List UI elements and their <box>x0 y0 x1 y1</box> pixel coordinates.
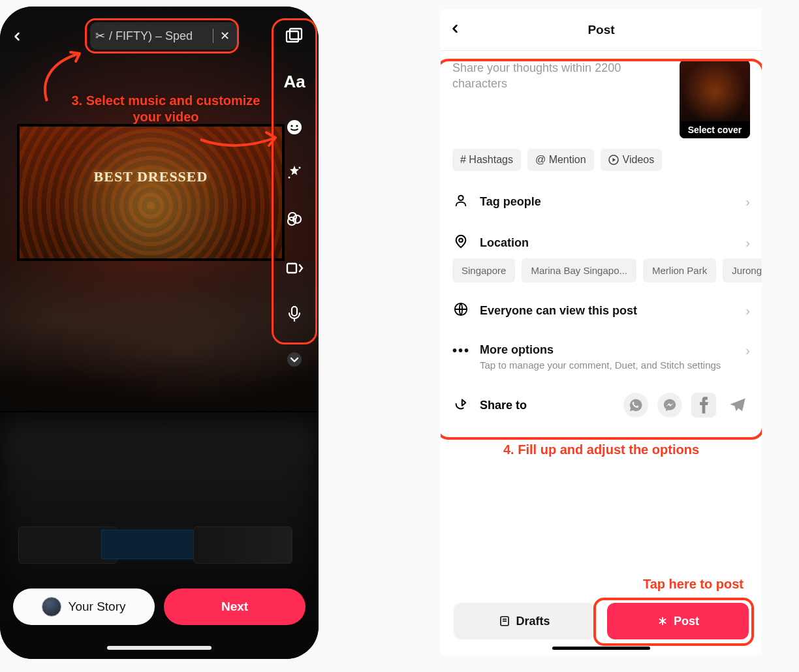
post-screen: Post Share your thoughts within 2200 cha… <box>441 9 762 655</box>
tag-people-row[interactable]: Tag people › <box>441 181 762 222</box>
svg-point-5 <box>299 167 301 169</box>
caption-row: Share your thoughts within 2200 characte… <box>441 51 762 145</box>
svg-rect-11 <box>292 307 297 316</box>
location-suggestions: Singapore Marina Bay Singapo... Merlion … <box>441 258 762 290</box>
page-title: Post <box>588 23 614 37</box>
annotation-step-4: 4. Fill up and adjust the options <box>441 442 762 457</box>
avatar <box>42 597 61 617</box>
stickers-icon[interactable] <box>281 114 308 141</box>
mention-chip-label: @ Mention <box>535 154 586 166</box>
suggestion-chips: # Hashtags @ Mention Videos <box>441 145 762 181</box>
svg-point-2 <box>287 120 302 134</box>
crowd-area <box>0 261 319 411</box>
bottom-bar: Your Story Next <box>13 588 306 625</box>
stage-screen: BEST DRESSED <box>17 124 285 261</box>
tag-people-label: Tag people <box>480 195 541 209</box>
chevron-right-icon: › <box>745 236 750 251</box>
caption-input[interactable]: Share your thoughts within 2200 characte… <box>452 60 672 138</box>
svg-point-16 <box>459 238 463 242</box>
music-chip[interactable]: ✂ / FIFTY) – Sped ✕ <box>90 22 238 50</box>
post-label: Post <box>674 615 699 628</box>
more-options-row[interactable]: ••• More options Tap to manage your comm… <box>441 331 762 382</box>
hashtags-chip[interactable]: # Hashtags <box>452 149 521 171</box>
hashtags-chip-label: # Hashtags <box>460 154 513 166</box>
scissors-icon: ✂ <box>95 29 105 43</box>
more-icon: ••• <box>452 343 469 358</box>
back-button[interactable] <box>448 21 462 39</box>
drafts-icon <box>499 615 510 627</box>
adjust-clips-icon[interactable] <box>281 254 308 282</box>
visibility-row[interactable]: Everyone can view this post › <box>441 290 762 331</box>
drafts-button[interactable]: Drafts <box>454 603 595 639</box>
close-icon[interactable]: ✕ <box>217 29 232 43</box>
back-button[interactable] <box>10 27 24 48</box>
chip-divider <box>213 29 213 43</box>
videos-chip-label: Videos <box>623 154 655 166</box>
share-icon <box>452 397 469 414</box>
post-header: Post <box>441 9 762 51</box>
music-chip-label: / FIFTY) – Sped <box>109 29 209 43</box>
svg-marker-14 <box>612 158 616 162</box>
chevron-right-icon: › <box>745 194 750 209</box>
next-button[interactable]: Next <box>164 588 306 625</box>
videos-chip[interactable]: Videos <box>601 149 663 171</box>
next-label: Next <box>221 600 248 614</box>
cover-thumbnail[interactable]: Select cover <box>680 60 750 138</box>
mention-chip[interactable]: @ Mention <box>527 149 594 171</box>
play-circle-icon <box>608 155 619 165</box>
more-options-label: More options <box>480 343 721 357</box>
location-chip[interactable]: Merlion Park <box>643 258 716 283</box>
location-row[interactable]: Location › <box>441 222 762 258</box>
drafts-label: Drafts <box>516 615 550 628</box>
location-chip[interactable]: Jurong Isla <box>723 258 762 283</box>
more-options-sub: Tap to manage your comment, Duet, and St… <box>480 359 721 371</box>
sparkle-icon <box>657 615 668 627</box>
facebook-icon[interactable] <box>691 393 716 418</box>
svg-point-15 <box>458 196 463 200</box>
stage-text: BEST DRESSED <box>20 168 282 185</box>
effects-icon[interactable] <box>281 159 308 187</box>
annotation-step-3: 3. Select music and customize your video <box>68 93 264 125</box>
dj-deck <box>0 411 319 594</box>
location-icon <box>452 234 469 252</box>
your-story-button[interactable]: Your Story <box>13 588 155 625</box>
svg-point-3 <box>290 125 292 127</box>
whatsapp-icon[interactable] <box>623 393 648 418</box>
svg-point-6 <box>289 177 290 179</box>
person-icon <box>452 193 469 211</box>
home-indicator <box>107 646 212 650</box>
editor-screen: BEST DRESSED ✂ / FIFTY) – Sped ✕ Aa <box>0 7 319 659</box>
text-icon[interactable]: Aa <box>281 68 308 95</box>
svg-point-4 <box>296 125 298 127</box>
expand-tools-icon[interactable] <box>281 346 308 373</box>
messenger-icon[interactable] <box>657 393 682 418</box>
your-story-label: Your Story <box>68 600 125 614</box>
location-chip[interactable]: Marina Bay Singapo... <box>522 258 636 283</box>
svg-rect-10 <box>287 264 296 273</box>
chevron-right-icon: › <box>745 303 750 318</box>
post-button[interactable]: Post <box>607 603 749 639</box>
annotation-tap-post: Tap here to post <box>643 577 744 592</box>
deck-display <box>101 530 199 559</box>
location-label: Location <box>480 236 529 250</box>
chevron-right-icon: › <box>745 343 750 358</box>
home-indicator <box>552 647 650 650</box>
telegram-icon[interactable] <box>725 393 750 418</box>
svg-rect-0 <box>287 31 298 42</box>
globe-icon <box>452 302 469 320</box>
filters-icon[interactable] <box>281 205 308 232</box>
cover-label: Select cover <box>680 121 750 138</box>
location-chip[interactable]: Singapore <box>452 258 515 283</box>
share-to-label: Share to <box>480 399 527 412</box>
svg-point-12 <box>287 352 302 367</box>
edit-toolbar: Aa <box>277 22 312 373</box>
voiceover-icon[interactable] <box>281 300 308 328</box>
svg-rect-1 <box>290 29 302 39</box>
visibility-label: Everyone can view this post <box>480 304 637 318</box>
share-to-row: Share to <box>441 382 762 428</box>
bottom-bar: Drafts Post <box>441 603 762 639</box>
templates-icon[interactable] <box>281 22 308 50</box>
